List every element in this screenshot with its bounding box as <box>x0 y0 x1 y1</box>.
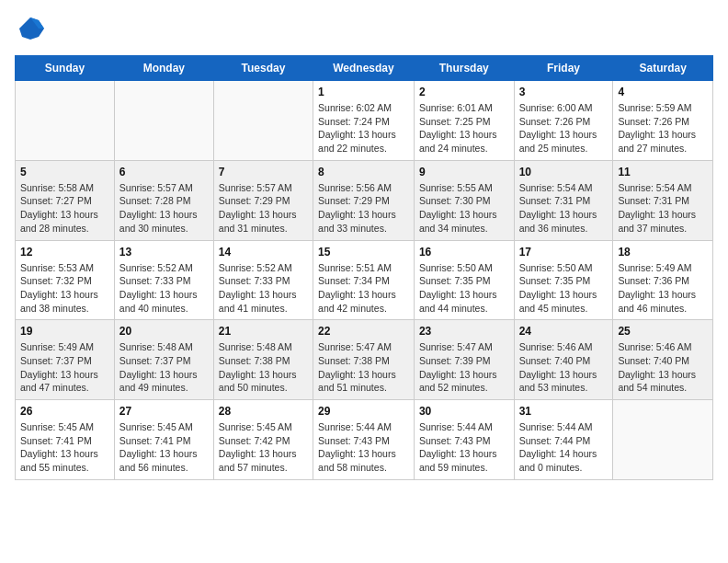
calendar-cell: 11Sunrise: 5:54 AMSunset: 7:31 PMDayligh… <box>613 160 713 240</box>
calendar-cell: 29Sunrise: 5:44 AMSunset: 7:43 PMDayligh… <box>313 400 415 480</box>
weekday-header-saturday: Saturday <box>613 56 713 81</box>
day-number: 6 <box>119 166 209 178</box>
calendar-cell: 1Sunrise: 6:02 AMSunset: 7:24 PMDaylight… <box>313 81 415 161</box>
day-number: 27 <box>119 405 209 418</box>
day-number: 4 <box>618 86 708 98</box>
calendar-cell: 19Sunrise: 5:49 AMSunset: 7:37 PMDayligh… <box>16 320 115 400</box>
calendar-cell: 20Sunrise: 5:48 AMSunset: 7:37 PMDayligh… <box>114 320 213 400</box>
weekday-header-thursday: Thursday <box>414 56 514 81</box>
calendar-cell: 21Sunrise: 5:48 AMSunset: 7:38 PMDayligh… <box>213 320 313 400</box>
day-number: 20 <box>119 325 209 338</box>
day-detail: Sunrise: 5:57 AMSunset: 7:28 PMDaylight:… <box>119 181 209 236</box>
calendar-cell: 4Sunrise: 5:59 AMSunset: 7:26 PMDaylight… <box>613 81 713 161</box>
day-number: 11 <box>618 166 708 178</box>
day-detail: Sunrise: 6:00 AMSunset: 7:26 PMDaylight:… <box>519 101 609 155</box>
day-number: 17 <box>519 246 609 259</box>
day-number: 15 <box>318 246 409 259</box>
calendar-table: SundayMondayTuesdayWednesdayThursdayFrid… <box>15 55 713 480</box>
calendar-cell: 23Sunrise: 5:47 AMSunset: 7:39 PMDayligh… <box>414 320 514 400</box>
day-detail: Sunrise: 5:57 AMSunset: 7:29 PMDaylight:… <box>219 181 308 236</box>
day-detail: Sunrise: 5:44 AMSunset: 7:43 PMDaylight:… <box>419 420 509 475</box>
calendar-cell: 28Sunrise: 5:45 AMSunset: 7:42 PMDayligh… <box>213 400 313 480</box>
day-detail: Sunrise: 5:49 AMSunset: 7:36 PMDaylight:… <box>618 261 708 316</box>
calendar-cell: 17Sunrise: 5:50 AMSunset: 7:35 PMDayligh… <box>514 240 613 320</box>
calendar-cell: 7Sunrise: 5:57 AMSunset: 7:29 PMDaylight… <box>213 160 313 240</box>
day-detail: Sunrise: 6:01 AMSunset: 7:25 PMDaylight:… <box>419 101 509 155</box>
day-detail: Sunrise: 5:44 AMSunset: 7:44 PMDaylight:… <box>519 420 609 475</box>
day-detail: Sunrise: 5:51 AMSunset: 7:34 PMDaylight:… <box>318 261 409 316</box>
day-number: 9 <box>419 166 509 178</box>
day-detail: Sunrise: 5:47 AMSunset: 7:38 PMDaylight:… <box>318 340 409 395</box>
calendar-cell: 25Sunrise: 5:46 AMSunset: 7:40 PMDayligh… <box>613 320 713 400</box>
logo-icon <box>17 15 44 42</box>
calendar-cell: 5Sunrise: 5:58 AMSunset: 7:27 PMDaylight… <box>16 160 115 240</box>
page-header <box>15 15 713 46</box>
calendar-cell: 14Sunrise: 5:52 AMSunset: 7:33 PMDayligh… <box>213 240 313 320</box>
day-number: 25 <box>618 325 708 338</box>
calendar-cell: 12Sunrise: 5:53 AMSunset: 7:32 PMDayligh… <box>16 240 115 320</box>
day-detail: Sunrise: 5:49 AMSunset: 7:37 PMDaylight:… <box>20 340 109 395</box>
calendar-cell: 18Sunrise: 5:49 AMSunset: 7:36 PMDayligh… <box>613 240 713 320</box>
day-detail: Sunrise: 5:48 AMSunset: 7:37 PMDaylight:… <box>119 340 209 395</box>
day-number: 7 <box>219 166 308 178</box>
weekday-header-monday: Monday <box>114 56 213 81</box>
day-detail: Sunrise: 5:55 AMSunset: 7:30 PMDaylight:… <box>419 181 509 236</box>
day-detail: Sunrise: 5:58 AMSunset: 7:27 PMDaylight:… <box>20 181 109 236</box>
calendar-cell: 8Sunrise: 5:56 AMSunset: 7:29 PMDaylight… <box>313 160 415 240</box>
day-detail: Sunrise: 6:02 AMSunset: 7:24 PMDaylight:… <box>318 101 409 155</box>
day-number: 22 <box>318 325 409 338</box>
day-detail: Sunrise: 5:54 AMSunset: 7:31 PMDaylight:… <box>519 181 609 236</box>
day-detail: Sunrise: 5:48 AMSunset: 7:38 PMDaylight:… <box>219 340 308 395</box>
calendar-cell: 9Sunrise: 5:55 AMSunset: 7:30 PMDaylight… <box>414 160 514 240</box>
day-number: 24 <box>519 325 609 338</box>
day-number: 19 <box>20 325 109 338</box>
calendar-cell: 6Sunrise: 5:57 AMSunset: 7:28 PMDaylight… <box>114 160 213 240</box>
day-detail: Sunrise: 5:52 AMSunset: 7:33 PMDaylight:… <box>219 261 308 316</box>
calendar-cell: 10Sunrise: 5:54 AMSunset: 7:31 PMDayligh… <box>514 160 613 240</box>
day-number: 2 <box>419 86 509 98</box>
calendar-cell: 27Sunrise: 5:45 AMSunset: 7:41 PMDayligh… <box>114 400 213 480</box>
day-number: 16 <box>419 246 509 259</box>
calendar-cell <box>613 400 713 480</box>
calendar-cell <box>114 81 213 161</box>
day-number: 1 <box>318 86 409 98</box>
day-number: 18 <box>618 246 708 259</box>
calendar-cell: 24Sunrise: 5:46 AMSunset: 7:40 PMDayligh… <box>514 320 613 400</box>
day-detail: Sunrise: 5:44 AMSunset: 7:43 PMDaylight:… <box>318 420 409 475</box>
day-number: 23 <box>419 325 509 338</box>
weekday-header-friday: Friday <box>514 56 613 81</box>
day-detail: Sunrise: 5:50 AMSunset: 7:35 PMDaylight:… <box>419 261 509 316</box>
day-detail: Sunrise: 5:52 AMSunset: 7:33 PMDaylight:… <box>119 261 209 316</box>
day-detail: Sunrise: 5:53 AMSunset: 7:32 PMDaylight:… <box>20 261 109 316</box>
calendar-cell: 2Sunrise: 6:01 AMSunset: 7:25 PMDaylight… <box>414 81 514 161</box>
day-detail: Sunrise: 5:56 AMSunset: 7:29 PMDaylight:… <box>318 181 409 236</box>
day-number: 28 <box>219 405 308 418</box>
day-detail: Sunrise: 5:59 AMSunset: 7:26 PMDaylight:… <box>618 101 708 155</box>
day-number: 31 <box>519 405 609 418</box>
day-number: 12 <box>20 246 109 259</box>
day-detail: Sunrise: 5:50 AMSunset: 7:35 PMDaylight:… <box>519 261 609 316</box>
calendar-cell <box>213 81 313 161</box>
day-number: 30 <box>419 405 509 418</box>
day-number: 5 <box>20 166 109 178</box>
calendar-cell: 30Sunrise: 5:44 AMSunset: 7:43 PMDayligh… <box>414 400 514 480</box>
day-number: 14 <box>219 246 308 259</box>
weekday-header-wednesday: Wednesday <box>313 56 415 81</box>
day-number: 26 <box>20 405 109 418</box>
day-number: 21 <box>219 325 308 338</box>
day-detail: Sunrise: 5:46 AMSunset: 7:40 PMDaylight:… <box>618 340 708 395</box>
day-detail: Sunrise: 5:45 AMSunset: 7:41 PMDaylight:… <box>20 420 109 475</box>
day-number: 13 <box>119 246 209 259</box>
day-detail: Sunrise: 5:45 AMSunset: 7:41 PMDaylight:… <box>119 420 209 475</box>
calendar-cell: 13Sunrise: 5:52 AMSunset: 7:33 PMDayligh… <box>114 240 213 320</box>
day-number: 3 <box>519 86 609 98</box>
calendar-cell <box>16 81 115 161</box>
calendar-cell: 3Sunrise: 6:00 AMSunset: 7:26 PMDaylight… <box>514 81 613 161</box>
day-detail: Sunrise: 5:46 AMSunset: 7:40 PMDaylight:… <box>519 340 609 395</box>
day-detail: Sunrise: 5:45 AMSunset: 7:42 PMDaylight:… <box>219 420 308 475</box>
calendar-cell: 15Sunrise: 5:51 AMSunset: 7:34 PMDayligh… <box>313 240 415 320</box>
day-detail: Sunrise: 5:54 AMSunset: 7:31 PMDaylight:… <box>618 181 708 236</box>
logo <box>15 15 46 46</box>
weekday-header-tuesday: Tuesday <box>213 56 313 81</box>
day-detail: Sunrise: 5:47 AMSunset: 7:39 PMDaylight:… <box>419 340 509 395</box>
